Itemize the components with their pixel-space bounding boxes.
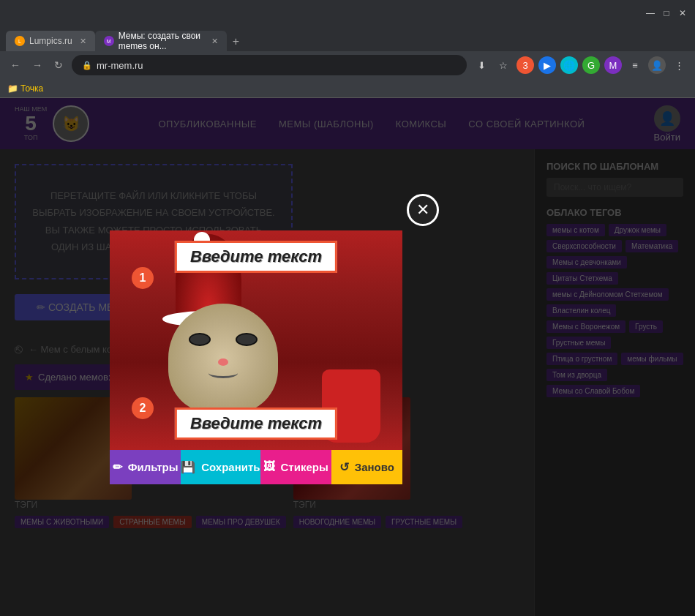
lock-icon: 🔒 bbox=[82, 61, 92, 70]
cat-right-eye bbox=[236, 333, 258, 346]
tab-favicon-mrmem: M bbox=[104, 36, 114, 46]
filters-button[interactable]: ✏ Фильтры bbox=[110, 450, 181, 484]
save-icon: 💾 bbox=[181, 460, 195, 474]
tab-bar: L Lumpics.ru ✕ M Мемы: создать свои meme… bbox=[0, 26, 695, 51]
address-bar: ← → ↻ 🔒 mr-mem.ru ⬇ ☆ 3 ▶ 🌐 G M ≡ 👤 ⋮ bbox=[0, 51, 695, 79]
text-badge-2: 2 bbox=[132, 397, 154, 419]
close-button[interactable]: ✕ bbox=[677, 8, 688, 18]
new-tab-button[interactable]: + bbox=[227, 32, 245, 51]
modal-toolbar: ✏ Фильтры 💾 Сохранить 🖼 Стикеры ↺ Заново bbox=[110, 450, 402, 484]
cat-mouth bbox=[209, 368, 238, 378]
stickers-icon: 🖼 bbox=[263, 460, 275, 473]
close-icon: ✕ bbox=[416, 200, 429, 219]
reset-button[interactable]: ↺ Заново bbox=[331, 450, 402, 484]
bookmark-star-icon[interactable]: ☆ bbox=[495, 56, 512, 74]
tab-close-lumpics[interactable]: ✕ bbox=[80, 37, 86, 46]
cat-face bbox=[168, 304, 278, 413]
bookmark-folder-icon: 📁 bbox=[7, 83, 18, 94]
more-icon[interactable]: ⋮ bbox=[670, 56, 688, 74]
save-label: Сохранить bbox=[201, 461, 260, 473]
reset-label: Заново bbox=[355, 461, 394, 473]
extension-icon-teal[interactable]: 🌐 bbox=[560, 56, 578, 74]
address-input[interactable]: 🔒 mr-mem.ru bbox=[72, 55, 467, 75]
tab-label-lumpics: Lumpics.ru bbox=[29, 36, 72, 46]
minimize-button[interactable]: — bbox=[645, 8, 655, 18]
modal-close-button[interactable]: ✕ bbox=[407, 194, 439, 226]
tab-label-mrmem: Мемы: создать свои memes он... bbox=[119, 31, 204, 51]
meme-text-bottom[interactable]: Введите текст bbox=[175, 407, 337, 440]
save-button[interactable]: 💾 Сохранить bbox=[181, 450, 260, 484]
stickers-button[interactable]: 🖼 Стикеры bbox=[260, 450, 331, 484]
modal-overlay[interactable]: ✕ bbox=[0, 98, 695, 616]
profile-avatar[interactable]: 👤 bbox=[648, 56, 666, 74]
filters-icon: ✏ bbox=[113, 460, 122, 474]
tab-close-mrmem[interactable]: ✕ bbox=[211, 37, 218, 46]
tab-favicon-lumpics: L bbox=[15, 36, 25, 46]
meme-text-top[interactable]: Введите текст bbox=[175, 241, 337, 273]
filters-label: Фильтры bbox=[128, 461, 179, 473]
tab-lumpics[interactable]: L Lumpics.ru ✕ bbox=[6, 31, 95, 51]
reload-button[interactable]: ↻ bbox=[51, 58, 66, 72]
meme-editor-modal: ✕ bbox=[110, 230, 402, 484]
extension-icon-green[interactable]: G bbox=[582, 56, 600, 74]
forward-button[interactable]: → bbox=[29, 58, 45, 72]
bookmark-bar: 📁 Точка bbox=[0, 79, 695, 98]
stickers-label: Стикеры bbox=[281, 461, 328, 473]
reset-icon: ↺ bbox=[339, 460, 349, 474]
cat-nose bbox=[218, 358, 228, 366]
page-content: НАШ МЕМ 5 ТОП 😺 ОПУБЛИКОВАННЫЕ МЕМЫ (ШАБ… bbox=[0, 98, 695, 616]
toolbar-icons: ⬇ ☆ 3 ▶ 🌐 G M ≡ 👤 ⋮ bbox=[473, 56, 688, 74]
bookmark-item[interactable]: 📁 Точка bbox=[7, 83, 43, 94]
meme-canvas: Введите текст Введите текст 1 2 bbox=[110, 230, 402, 450]
title-bar: — □ ✕ bbox=[0, 0, 695, 26]
tab-mrmem[interactable]: M Мемы: создать свои memes он... ✕ bbox=[95, 31, 227, 51]
extension-icon-red[interactable]: 3 bbox=[516, 56, 534, 74]
window-controls[interactable]: — □ ✕ bbox=[645, 8, 688, 18]
extension-icon-blue[interactable]: ▶ bbox=[538, 56, 556, 74]
address-text: mr-mem.ru bbox=[97, 60, 143, 71]
cat-left-eye bbox=[189, 333, 211, 346]
download-icon[interactable]: ⬇ bbox=[473, 56, 490, 74]
maximize-button[interactable]: □ bbox=[661, 8, 672, 18]
back-button[interactable]: ← bbox=[7, 58, 23, 72]
menu-icon[interactable]: ≡ bbox=[626, 56, 644, 74]
bookmark-label: Точка bbox=[20, 83, 43, 94]
text-badge-1: 1 bbox=[132, 267, 154, 289]
browser-chrome: — □ ✕ L Lumpics.ru ✕ M Мемы: создать сво… bbox=[0, 0, 695, 98]
extension-icon-purple[interactable]: M bbox=[604, 56, 622, 74]
